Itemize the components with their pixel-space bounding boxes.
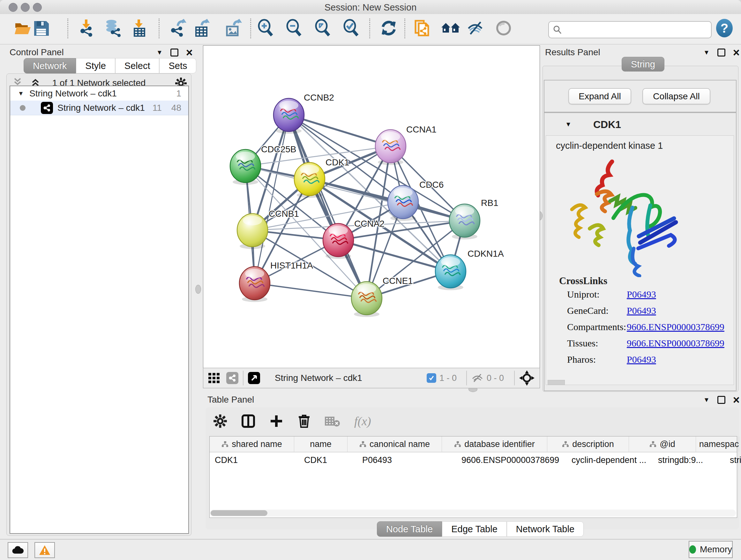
tab-select[interactable]: Select <box>115 58 159 73</box>
collapse-panel-icon[interactable]: ▼ <box>703 396 710 403</box>
tab-style[interactable]: Style <box>76 58 115 73</box>
import-network-from-database-button[interactable] <box>102 18 123 38</box>
table-cell[interactable]: cyclin-dependent ... <box>566 452 653 468</box>
tab-node-table[interactable]: Node Table <box>377 521 442 537</box>
tab-edge-table[interactable]: Edge Table <box>442 521 507 537</box>
network-collection-row[interactable]: ▼ String Network – cdk1 1 <box>10 86 188 101</box>
column-header-description[interactable]: description <box>547 436 629 452</box>
crosslink-link[interactable]: 9606.ENSP00000378699 <box>627 338 724 349</box>
float-panel-icon[interactable] <box>718 49 725 57</box>
create-column-plus-icon[interactable] <box>269 414 283 428</box>
zoom-out-button[interactable] <box>284 18 305 38</box>
table-cell[interactable]: CDK1 <box>299 452 357 468</box>
warning-icon <box>39 545 51 556</box>
node-CDC25B[interactable]: CDC25B <box>230 144 296 185</box>
crosslink-link[interactable]: P06493 <box>627 289 656 300</box>
float-panel-icon[interactable] <box>171 49 179 57</box>
warnings-button[interactable] <box>35 542 55 558</box>
export-image-button[interactable] <box>223 18 244 38</box>
hide-panel-button[interactable] <box>465 18 485 38</box>
search-input[interactable] <box>562 24 701 35</box>
column-type-icon <box>454 441 461 447</box>
table-row[interactable]: CDK1CDK1P064939606.ENSP00000378699cyclin… <box>210 452 737 468</box>
close-panel-icon[interactable]: × <box>733 397 740 403</box>
crosslink-link[interactable]: P06493 <box>627 305 656 316</box>
import-table-button[interactable] <box>129 18 149 38</box>
collapse-all-button[interactable]: Collapse All <box>643 88 711 105</box>
node-CCNA1[interactable]: CCNA1 <box>375 125 436 165</box>
node-HIST1H1A[interactable]: HIST1H1A <box>239 260 313 302</box>
table-cell[interactable]: stringdb:9... <box>653 452 725 468</box>
node-CDC6[interactable]: CDC6 <box>388 180 444 221</box>
show-columns-icon[interactable] <box>241 414 255 428</box>
crosslink-link[interactable]: P06493 <box>627 354 656 365</box>
open-session-button[interactable] <box>12 18 33 38</box>
column-header-shared-name[interactable]: shared name <box>210 436 294 452</box>
tab-sets[interactable]: Sets <box>159 58 196 73</box>
zoom-in-button[interactable] <box>256 18 276 38</box>
tab-network-table[interactable]: Network Table <box>507 521 584 537</box>
delete-column-trash-icon[interactable] <box>297 414 311 428</box>
column-header-name[interactable]: name <box>294 436 347 452</box>
gene-symbol-heading: CDK1 <box>593 119 621 131</box>
edge-B2-E1[interactable] <box>289 115 367 298</box>
table-cell[interactable]: CDK1 <box>210 452 299 468</box>
node-table[interactable]: shared namenamecanonical namedatabase id… <box>209 436 737 518</box>
export-network-button[interactable] <box>167 18 188 38</box>
detach-view-icon[interactable] <box>248 372 260 384</box>
column-header--id[interactable]: @id <box>629 436 696 452</box>
show-hide-toggle-button[interactable] <box>493 18 514 38</box>
close-panel-icon[interactable]: × <box>733 50 740 56</box>
column-header-namespac[interactable]: namespac <box>696 436 739 452</box>
zoom-selected-button[interactable] <box>341 18 361 38</box>
node-CDKN1A[interactable]: CDKN1A <box>435 249 504 290</box>
column-type-icon <box>359 441 366 447</box>
node-CCNE1[interactable]: CCNE1 <box>351 276 413 317</box>
memory-button[interactable]: Memory <box>689 541 733 558</box>
node-RB1[interactable]: RB1 <box>449 198 498 240</box>
network-view-type-icon[interactable] <box>226 372 239 384</box>
close-panel-icon[interactable]: × <box>186 50 193 56</box>
node-CCNB2[interactable]: CCNB2 <box>273 92 334 134</box>
grid-view-icon[interactable] <box>208 372 220 384</box>
tree-expand-arrow-icon[interactable]: ▼ <box>18 90 26 97</box>
node-label: CCNA2 <box>354 219 385 229</box>
tab-network[interactable]: Network <box>23 58 76 73</box>
edge-B2-H1[interactable] <box>255 115 289 283</box>
cloud-icon <box>12 546 23 554</box>
crosslink-link[interactable]: 9606.ENSP00000378699 <box>627 321 724 332</box>
import-network-button[interactable] <box>76 18 96 38</box>
collapse-panel-icon[interactable]: ▼ <box>156 49 163 56</box>
column-header-database-identifier[interactable]: database identifier <box>442 436 547 452</box>
zoom-fit-button[interactable] <box>313 18 333 38</box>
search-field[interactable] <box>548 21 712 38</box>
birds-eye-view-icon[interactable] <box>519 370 535 386</box>
apply-layout-button[interactable] <box>379 18 399 38</box>
table-scrollbar-thumb[interactable] <box>211 510 267 516</box>
collapse-panel-icon[interactable]: ▼ <box>703 49 710 56</box>
save-session-button[interactable] <box>31 18 51 38</box>
table-cell[interactable]: P06493 <box>357 452 456 468</box>
expand-all-button[interactable]: Expand All <box>568 88 631 105</box>
network-canvas[interactable]: CCNB2CCNA1CDC25BCDK1CDC6RB1CCNB1CCNA2CDK… <box>203 45 540 368</box>
column-header-canonical-name[interactable]: canonical name <box>347 436 442 452</box>
table-horizontal-scrollbar[interactable] <box>210 509 736 516</box>
clone-network-button[interactable] <box>412 18 432 38</box>
float-panel-icon[interactable] <box>718 396 725 404</box>
table-options-gear-icon[interactable] <box>213 414 227 428</box>
results-scrollbar-corner[interactable] <box>548 380 565 385</box>
selected-checkbox-icon[interactable] <box>427 373 436 383</box>
network-row-selected[interactable]: String Network – cdk1 11 48 <box>10 101 188 115</box>
table-cell[interactable]: stringdb <box>725 452 741 468</box>
cloud-status-button[interactable] <box>8 542 28 558</box>
edge-E1-H1[interactable] <box>255 283 367 298</box>
left-splitter-handle[interactable] <box>195 285 201 294</box>
help-button[interactable]: ? <box>714 18 735 38</box>
gene-section-collapse-icon[interactable]: ▼ <box>565 121 571 128</box>
toolbar-separator <box>243 371 244 385</box>
table-cell[interactable]: 9606.ENSP00000378699 <box>456 452 566 468</box>
export-table-button[interactable] <box>192 18 212 38</box>
show-home-panel-button[interactable] <box>441 18 461 38</box>
network-view-toolbar: String Network – cdk1 1 - 0 0 - 0 <box>203 368 540 388</box>
tab-string[interactable]: String <box>622 57 664 71</box>
